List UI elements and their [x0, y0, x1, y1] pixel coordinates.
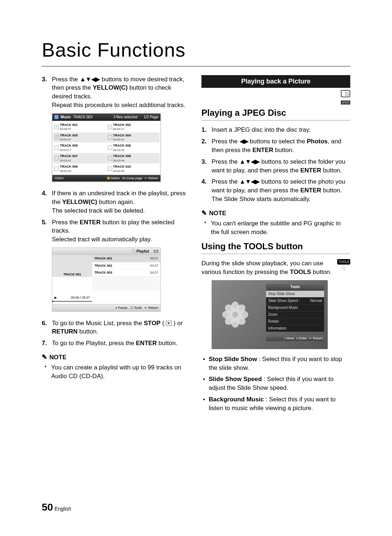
playlist-page: 1/3 [153, 249, 158, 254]
image-icon [341, 90, 350, 97]
step-number: 7. [42, 339, 52, 348]
music-selection-panel: Music TRACK 003 3 files selected 1/2 Pag… [52, 113, 161, 182]
check-icon [108, 167, 112, 171]
left-column: 3. Press the ▲▼◀▶ buttons to move desire… [42, 75, 191, 416]
step-number: 2. [201, 137, 212, 155]
step-body: Press the ▲▼◀▶ buttons to move desired t… [52, 75, 191, 110]
track-row: ✓TRACK 00100:05:57 [53, 122, 106, 132]
tools-menu: Tools Stop Slide Show Slide Show Speed :… [266, 284, 324, 341]
subheading: Using the TOOLS button [201, 240, 350, 254]
check-icon: ✓ [108, 125, 112, 129]
return-hint: ↩ Return [144, 176, 158, 181]
tools-menu-item: Stop Slide Show [266, 290, 324, 297]
note-item: You can create a playlist with up to 99 … [42, 363, 191, 381]
track-row: ✓TRACK 00200:04:27 [107, 122, 160, 132]
page-title: Basic Functions [42, 36, 350, 66]
playlist-row: TRACK 00105:57 [92, 255, 160, 262]
step-number: 3. [42, 75, 52, 110]
check-icon [54, 156, 59, 160]
step-body: Press the ◀▶ buttons to select the Photo… [212, 137, 350, 155]
tools-hint: ☐ Tools [130, 306, 142, 310]
note-heading: NOTE [42, 353, 191, 362]
playlist-panel: Playlist 1/3 TRACK 001 ▶ 00:08 / 05:57 T… [52, 247, 161, 312]
track-row: TRACK 00500:03:17 [53, 143, 106, 153]
step-body: To go to the Music List, press the STOP … [52, 319, 191, 336]
tools-button-graphic: TOOLS ☟ [337, 259, 350, 273]
track-row: TRACK 00600:03:35 [107, 143, 160, 153]
check-icon [54, 167, 59, 171]
tools-menu-item: Information [266, 325, 324, 332]
note-item: You can't enlarge the subtitle and PG gr… [201, 219, 350, 237]
track-row: TRACK 01000:03:45 [107, 164, 160, 174]
check-icon [108, 135, 112, 139]
tools-menu-footer: ↕ Move ⎆ Enter ↩ Return [266, 335, 324, 341]
jpeg-badge: JPEG [341, 90, 350, 105]
album-art: TRACK 001 [52, 255, 92, 277]
files-selected: 3 files selected [113, 115, 137, 120]
bullet-item: Background Music : Select this if you wa… [201, 395, 350, 413]
step-body: Insert a JPEG disc into the disc tray. [212, 126, 350, 134]
tools-menu-item: Background Music [266, 304, 324, 311]
track-row: ✓TRACK 00300:04:07 [53, 132, 106, 143]
page-footer: 50English [42, 500, 71, 514]
section-bar: Playing back a Picture [201, 75, 350, 88]
check-icon [108, 156, 112, 160]
subheading: Playing a JPEG Disc [201, 107, 350, 121]
step-number: 6. [42, 319, 52, 336]
note-heading: NOTE [201, 209, 350, 218]
check-icon: ✓ [54, 125, 59, 129]
bullet-item: Slide Show Speed : Select this if you wa… [201, 375, 350, 392]
right-column: Playing back a Picture JPEG Playing a JP… [201, 75, 350, 416]
step-body: To go to the Playlist, press the ENTER b… [52, 339, 191, 348]
tools-paragraph: During the slide show playback, you can … [201, 259, 350, 277]
step-number: 4. [42, 189, 52, 215]
play-icon: ▶ [54, 295, 57, 300]
current-track: TRACK 003 [73, 115, 92, 120]
step-number: 1. [201, 126, 212, 134]
stop-icon [166, 321, 172, 326]
track-row: TRACK 00900:03:53 [53, 164, 106, 174]
step-body: Press the ▲▼◀▶ buttons to select the fol… [212, 157, 350, 175]
check-icon: ✓ [54, 135, 59, 139]
tools-menu-title: Tools [266, 284, 324, 290]
progress-bar [52, 301, 92, 302]
tools-menu-screenshot: Tools Stop Slide Show Slide Show Speed :… [212, 280, 328, 349]
hand-icon: ☟ [337, 265, 350, 273]
check-icon [54, 146, 59, 150]
playlist-row: TRACK 00204:27 [92, 262, 160, 270]
playlist-label: Playlist [136, 249, 149, 254]
step-number: 3. [201, 157, 212, 175]
step-body: Press the ENTER button to play the selec… [52, 218, 191, 244]
select-hint: Select [107, 176, 120, 181]
step-body: Press the ▲▼◀▶ buttons to select the pho… [212, 177, 350, 203]
music-label: Music [61, 115, 71, 120]
disc-icon [132, 249, 135, 253]
cdda-label: CDDA [54, 176, 64, 181]
flower-image [222, 302, 248, 327]
pause-hint: ⎆ Pause [115, 306, 127, 310]
check-icon [108, 146, 112, 150]
jump-page-hint: Jump page [122, 176, 143, 181]
track-row: TRACK 00700:03:47 [53, 153, 106, 163]
return-hint: ↩ Return [144, 306, 158, 310]
music-icon [54, 115, 58, 119]
bullet-item: Stop Slide Show : Select this if you wan… [201, 355, 350, 372]
playlist-row: TRACK 00304:07 [92, 269, 160, 277]
step-body: If there is an undesired track in the pl… [52, 189, 191, 215]
page-indicator: 1/2 Page [144, 115, 158, 120]
time-counter: 00:08 / 05:57 [71, 295, 90, 300]
track-row: TRACK 00400:03:41 [107, 132, 160, 143]
step-number: 4. [201, 177, 212, 203]
tools-menu-item: Slide Show Speed :Normal [266, 297, 324, 304]
step-number: 5. [42, 218, 52, 244]
track-row: TRACK 00800:03:49 [107, 153, 160, 163]
tools-menu-item: Rotate [266, 318, 324, 325]
tools-menu-item: Zoom [266, 311, 324, 318]
